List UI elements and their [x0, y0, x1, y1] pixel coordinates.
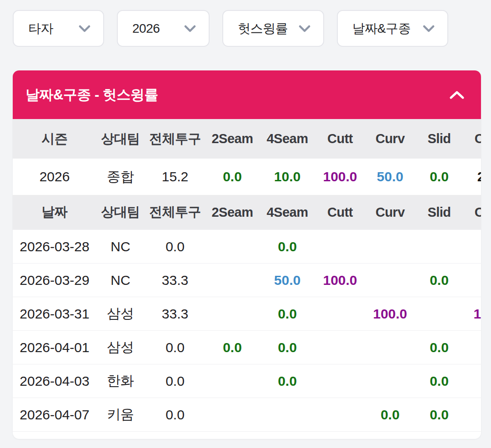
- filter-view-dropdown[interactable]: 날짜&구종: [337, 10, 448, 47]
- table-cell: 2026-04-01: [13, 331, 96, 364]
- chevron-down-icon: [184, 25, 196, 32]
- chevron-up-icon: [449, 90, 465, 100]
- filter-view-label: 날짜&구종: [352, 20, 411, 37]
- column-header: 4Seam: [259, 195, 316, 230]
- table-cell: 0.0: [365, 398, 416, 432]
- table-cell: 삼성: [96, 331, 145, 364]
- table-cell: 0.0: [416, 364, 463, 398]
- table-scroll-area[interactable]: 시즌상대팀전체투구2Seam4SeamCuttCurvSlidChan2026종…: [13, 119, 481, 439]
- table-cell: 0.0: [259, 364, 316, 398]
- column-header: Curv: [365, 119, 416, 159]
- table-header-row: 시즌상대팀전체투구2Seam4SeamCuttCurvSlidChan: [13, 119, 481, 159]
- column-header: 2Seam: [205, 195, 259, 230]
- table-cell: 0.0: [416, 398, 463, 432]
- table-cell: [316, 398, 365, 432]
- filter-season-label: 2026: [132, 21, 160, 36]
- table-cell: [316, 297, 365, 331]
- date-row: 2026-04-03한화0.00.00.0: [13, 364, 481, 398]
- column-header: 전체투구: [145, 195, 205, 230]
- table-cell: 삼성: [96, 297, 145, 331]
- table-cell: 종합: [96, 159, 145, 195]
- stats-panel: 날짜&구종 - 헛스윙률 시즌상대팀전체투구2Seam4SeamCuttCurv…: [13, 70, 481, 439]
- season-summary-row: 2026종합15.20.010.0100.050.00.025.0: [13, 159, 481, 195]
- table-cell: 키움: [96, 398, 145, 432]
- filter-player-type-label: 타자: [28, 20, 53, 37]
- chevron-down-icon: [299, 25, 311, 32]
- table-cell: 50.0: [259, 264, 316, 297]
- column-header: 4Seam: [259, 119, 316, 159]
- filter-season-dropdown[interactable]: 2026: [117, 10, 210, 47]
- table-cell: 25.0: [463, 159, 481, 195]
- table-cell: [316, 331, 365, 364]
- table-cell: 100.0: [316, 159, 365, 195]
- filter-player-type-dropdown[interactable]: 타자: [13, 10, 104, 47]
- table-cell: [365, 230, 416, 264]
- table-cell: 100.0: [463, 297, 481, 331]
- table-cell: 0.0: [463, 331, 481, 364]
- panel-header[interactable]: 날짜&구종 - 헛스윙률: [13, 70, 481, 119]
- date-row: 2026-04-07키움0.00.00.00.0: [13, 398, 481, 432]
- date-row: 2026-03-31삼성33.30.0100.0100.0: [13, 297, 481, 331]
- table-cell: [316, 364, 365, 398]
- filter-metric-dropdown[interactable]: 헛스윙률: [222, 10, 324, 47]
- table-cell: [463, 230, 481, 264]
- column-header: 시즌: [13, 119, 96, 159]
- table-cell: 0.0: [259, 331, 316, 364]
- table-cell: NC: [96, 230, 145, 264]
- table-cell: 2026-03-28: [13, 230, 96, 264]
- table-cell: 0.0: [145, 364, 205, 398]
- table-cell: [416, 230, 463, 264]
- table-cell: [205, 364, 259, 398]
- table-cell: 한화: [96, 364, 145, 398]
- table-cell: 0.0: [259, 230, 316, 264]
- table-cell: 0.0: [416, 264, 463, 297]
- table-cell: 0.0: [416, 331, 463, 364]
- table-cell: 10.0: [259, 159, 316, 195]
- table-cell: 0.0: [145, 331, 205, 364]
- stats-table: 시즌상대팀전체투구2Seam4SeamCuttCurvSlidChan2026종…: [13, 119, 481, 432]
- table-cell: NC: [96, 264, 145, 297]
- column-header: Cutt: [316, 195, 365, 230]
- table-cell: 100.0: [316, 264, 365, 297]
- table-cell: 0.0: [145, 398, 205, 432]
- column-header: 2Seam: [205, 119, 259, 159]
- date-row: 2026-04-01삼성0.00.00.00.00.0: [13, 331, 481, 364]
- date-row: 2026-03-28NC0.00.0: [13, 230, 481, 264]
- date-row: 2026-03-29NC33.350.0100.00.00.0: [13, 264, 481, 297]
- table-cell: 0.0: [259, 297, 316, 331]
- chevron-down-icon: [423, 25, 435, 32]
- table-cell: 2026-04-03: [13, 364, 96, 398]
- table-cell: 0.0: [463, 398, 481, 432]
- table-cell: 0.0: [463, 264, 481, 297]
- table-cell: 2026-03-29: [13, 264, 96, 297]
- filter-bar: 타자 2026 헛스윙률 날짜&구종: [13, 10, 491, 47]
- table-cell: 0.0: [145, 230, 205, 264]
- chevron-down-icon: [79, 25, 90, 32]
- table-cell: [316, 230, 365, 264]
- column-header: 상대팀: [96, 119, 145, 159]
- table-cell: 0.0: [205, 331, 259, 364]
- table-cell: 2026: [13, 159, 96, 195]
- table-cell: 2026-04-07: [13, 398, 96, 432]
- table-cell: 2026-03-31: [13, 297, 96, 331]
- table-cell: [205, 264, 259, 297]
- column-header: 날짜: [13, 195, 96, 230]
- column-header: Chan: [463, 119, 481, 159]
- table-cell: [365, 264, 416, 297]
- table-cell: [205, 398, 259, 432]
- table-cell: 0.0: [205, 159, 259, 195]
- table-cell: [365, 331, 416, 364]
- column-header: Slid: [416, 195, 463, 230]
- column-header: Curv: [365, 195, 416, 230]
- table-cell: 33.3: [145, 297, 205, 331]
- table-cell: [416, 297, 463, 331]
- table-cell: 50.0: [365, 159, 416, 195]
- table-cell: 100.0: [365, 297, 416, 331]
- table-cell: 33.3: [145, 264, 205, 297]
- column-header: 전체투구: [145, 119, 205, 159]
- filter-metric-label: 헛스윙률: [238, 20, 288, 37]
- table-cell: [259, 398, 316, 432]
- column-header: Chan: [463, 195, 481, 230]
- table-cell: [365, 364, 416, 398]
- column-header: Cutt: [316, 119, 365, 159]
